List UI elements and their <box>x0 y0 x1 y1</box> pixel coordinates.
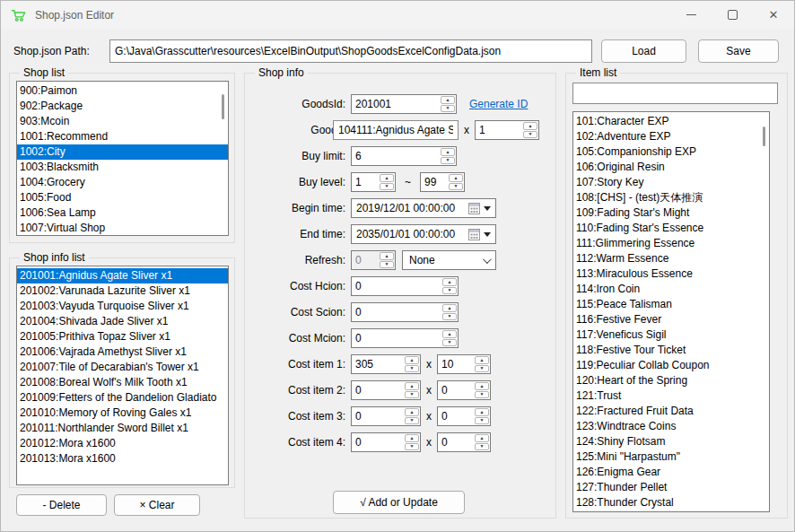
list-item[interactable]: 125:Mini "Harpastum" <box>573 449 769 465</box>
spin-up-icon[interactable]: ▲ <box>475 382 489 390</box>
spin-up-icon[interactable]: ▲ <box>405 434 419 442</box>
spin-up-icon[interactable]: ▲ <box>475 434 489 442</box>
list-item[interactable]: 201010:Memory of Roving Gales x1 <box>17 406 228 421</box>
list-item[interactable]: 108:[CHS] - (test)天体推演 <box>573 190 769 205</box>
list-item[interactable]: 201005:Prithiva Topaz Sliver x1 <box>17 329 228 344</box>
cost-mcion-spinner[interactable]: 0 ▲▼ <box>351 328 459 348</box>
list-item[interactable]: 1003:Blacksmith <box>17 160 228 175</box>
spin-down-icon[interactable]: ▼ <box>405 365 419 373</box>
list-item[interactable]: 128:Thunder Crystal <box>573 495 769 510</box>
spin-up-icon[interactable]: ▲ <box>442 330 457 338</box>
list-item[interactable]: 903:Mcoin <box>17 114 228 129</box>
item-listbox[interactable]: 101:Character EXP102:Adventure EXP105:Co… <box>572 111 770 512</box>
cost-item-4-count-spinner[interactable]: 0 ▲▼ <box>437 432 491 452</box>
cost-item-1-id-spinner[interactable]: 305 ▲▼ <box>351 354 421 374</box>
spin-up-icon[interactable]: ▲ <box>442 304 457 312</box>
list-item[interactable]: 123:Windtrace Coins <box>573 419 769 434</box>
goods-input[interactable] <box>333 120 459 140</box>
list-item[interactable]: 107:Story Key <box>573 175 769 190</box>
list-item[interactable]: 201011:Northlander Sword Billet x1 <box>17 421 228 436</box>
cost-item-2-count-spinner[interactable]: 0 ▲▼ <box>437 380 491 400</box>
spin-up-icon[interactable]: ▲ <box>449 174 463 182</box>
add-or-update-button[interactable]: √ Add or Update <box>333 491 465 514</box>
list-item[interactable]: 900:Paimon <box>17 83 228 99</box>
maximize-button[interactable] <box>712 1 753 29</box>
cost-hcion-spinner[interactable]: 0 ▲▼ <box>351 276 459 296</box>
list-item[interactable]: 110:Fading Star's Essence <box>573 221 769 236</box>
spin-up-icon[interactable]: ▲ <box>405 408 419 416</box>
spin-up-icon[interactable]: ▲ <box>380 174 394 182</box>
list-item[interactable]: 102:Adventure EXP <box>573 129 769 144</box>
goods-id-spinner[interactable]: 201001 ▲▼ <box>351 94 457 114</box>
spin-down-icon[interactable]: ▼ <box>475 417 489 425</box>
list-item[interactable]: 106:Original Resin <box>573 160 769 175</box>
list-item[interactable]: 1006:Sea Lamp <box>17 205 228 221</box>
list-item[interactable]: 124:Shiny Flotsam <box>573 434 769 449</box>
list-item[interactable]: 111:Glimmering Essence <box>573 236 769 251</box>
cost-item-3-count-spinner[interactable]: 0 ▲▼ <box>437 406 491 426</box>
list-item[interactable]: 113:Miraculous Essence <box>573 266 769 282</box>
minimize-button[interactable] <box>670 1 712 29</box>
list-item[interactable]: 201012:Mora x1600 <box>17 436 228 451</box>
list-item[interactable]: 1005:Food <box>17 190 228 205</box>
goods-count-spinner[interactable]: 1 ▲▼ <box>475 120 539 140</box>
spin-up-icon[interactable]: ▲ <box>405 382 419 390</box>
cost-item-2-id-spinner[interactable]: 0 ▲▼ <box>351 380 421 400</box>
list-item[interactable]: 117:Veneficus Sigil <box>573 327 769 343</box>
spin-down-icon[interactable]: ▼ <box>441 157 455 165</box>
list-item[interactable]: 201006:Vajrada Amethyst Sliver x1 <box>17 344 228 360</box>
generate-id-link[interactable]: Generate ID <box>469 98 528 110</box>
spin-up-icon[interactable]: ▲ <box>442 278 457 286</box>
spin-up-icon[interactable]: ▲ <box>441 96 455 104</box>
spin-down-icon[interactable]: ▼ <box>405 443 419 451</box>
cost-item-3-id-spinner[interactable]: 0 ▲▼ <box>351 406 421 426</box>
shop-info-listbox[interactable]: 201001:Agnidus Agate Sliver x1201002:Var… <box>16 266 229 485</box>
buy-level-max-spinner[interactable]: 99 ▲▼ <box>420 172 465 192</box>
list-item[interactable]: 201002:Varunada Lazurite Sliver x1 <box>17 283 228 299</box>
shop-list-scrollbar[interactable] <box>222 94 224 119</box>
spin-down-icon[interactable]: ▼ <box>442 339 457 347</box>
list-item[interactable]: 1007:Virtual Shop <box>17 221 228 236</box>
list-item[interactable]: 105:Companionship EXP <box>573 144 769 160</box>
list-item[interactable]: 201013:Mora x1600 <box>17 451 228 467</box>
shop-listbox[interactable]: 900:Paimon902:Package903:Mcoin1001:Recom… <box>16 81 229 236</box>
list-item[interactable]: 118:Festive Tour Ticket <box>573 343 769 358</box>
list-item[interactable]: 101:Character EXP <box>573 114 769 129</box>
buy-level-min-spinner[interactable]: 1 ▲▼ <box>351 172 396 192</box>
list-item[interactable]: 122:Fractured Fruit Data <box>573 404 769 419</box>
list-item[interactable]: 1001:Recommend <box>17 129 228 144</box>
spin-down-icon[interactable]: ▼ <box>405 417 419 425</box>
list-item[interactable]: 112:Warm Essence <box>573 251 769 266</box>
list-item[interactable]: 201001:Agnidus Agate Sliver x1 <box>17 268 228 283</box>
list-item[interactable]: 116:Festive Fever <box>573 312 769 327</box>
list-item[interactable]: 1004:Grocery <box>17 175 228 190</box>
list-item[interactable]: 201008:Boreal Wolf's Milk Tooth x1 <box>17 375 228 390</box>
list-item[interactable]: 115:Peace Talisman <box>573 297 769 312</box>
list-item[interactable]: 1002:City <box>17 144 228 160</box>
spin-down-icon[interactable]: ▼ <box>449 183 463 191</box>
list-item[interactable]: 902:Package <box>17 99 228 114</box>
refresh-mode-combobox[interactable]: None <box>402 250 496 270</box>
delete-button[interactable]: - Delete <box>16 494 107 516</box>
begin-time-picker[interactable]: 2019/12/01 00:00:00 <box>351 198 496 218</box>
item-list-scrollbar[interactable] <box>763 126 765 146</box>
list-item[interactable]: 201009:Fetters of the Dandelion Gladiato <box>17 390 228 406</box>
spin-down-icon[interactable]: ▼ <box>442 287 457 295</box>
list-item[interactable]: 114:Iron Coin <box>573 282 769 297</box>
spin-down-icon[interactable]: ▼ <box>475 391 489 399</box>
cost-scion-spinner[interactable]: 0 ▲▼ <box>351 302 459 322</box>
list-item[interactable]: 201004:Shivada Jade Sliver x1 <box>17 314 228 329</box>
load-button[interactable]: Load <box>601 39 686 63</box>
list-item[interactable]: 201007:Tile of Decarabian's Tower x1 <box>17 360 228 375</box>
title-bar[interactable]: Shop.json Editor ✕ <box>1 1 794 29</box>
clear-button[interactable]: × Clear <box>114 494 200 516</box>
cost-item-4-id-spinner[interactable]: 0 ▲▼ <box>351 432 421 452</box>
spin-down-icon[interactable]: ▼ <box>442 313 457 321</box>
spin-up-icon[interactable]: ▲ <box>475 408 489 416</box>
spin-down-icon[interactable]: ▼ <box>475 443 489 451</box>
spin-down-icon[interactable]: ▼ <box>475 365 489 373</box>
path-input[interactable] <box>109 39 592 63</box>
list-item[interactable]: 119:Peculiar Collab Coupon <box>573 358 769 373</box>
spin-down-icon[interactable]: ▼ <box>523 131 537 139</box>
end-time-picker[interactable]: 2035/01/01 00:00:00 <box>351 224 496 244</box>
